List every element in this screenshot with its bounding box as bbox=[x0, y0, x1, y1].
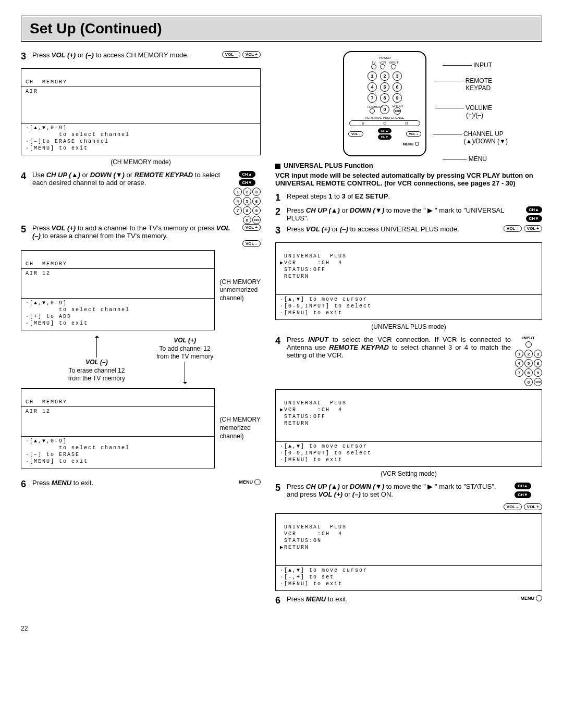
ch-up-button[interactable]: CH▲ bbox=[526, 206, 542, 213]
l: to select channel bbox=[26, 445, 130, 451]
key-6[interactable]: 6 bbox=[252, 197, 261, 205]
menu-button[interactable]: MENU bbox=[402, 142, 419, 146]
remote-diagram-wrap: POWER TV VCR INPUT 123 456 789 FLASHBACK… bbox=[275, 51, 542, 156]
vcr-button[interactable] bbox=[380, 64, 385, 69]
vol-minus-button[interactable]: VOL – bbox=[504, 225, 522, 232]
ch-down-button[interactable]: CH▼ bbox=[526, 215, 542, 222]
step-4-text: Use CH UP (▲) or DOWN (▼) or REMOTE KEYP… bbox=[32, 171, 229, 187]
ch-down-button[interactable]: CH▼ bbox=[515, 491, 531, 498]
t: (CH MEMORY bbox=[220, 416, 261, 423]
vol-minus-button[interactable]: VOL – bbox=[504, 503, 522, 510]
key-3[interactable]: 3 bbox=[393, 71, 402, 81]
t: (–) bbox=[85, 51, 94, 59]
l: ·[–] to ERASE bbox=[26, 452, 80, 458]
key-7[interactable]: 7 bbox=[368, 93, 377, 103]
vol-add-erase-notes: VOL (–) To erase channel 12 from the TV … bbox=[21, 337, 261, 383]
caption-vcr-mode: (VCR Setting mode) bbox=[275, 470, 542, 477]
key-6[interactable]: 6 bbox=[393, 82, 402, 92]
key-100[interactable]: 100 bbox=[252, 216, 261, 224]
step-number: 6 bbox=[21, 479, 32, 490]
key-6[interactable]: 6 bbox=[534, 359, 542, 367]
input-button[interactable] bbox=[391, 64, 396, 69]
key-3[interactable]: 3 bbox=[534, 350, 542, 358]
t: MENU bbox=[402, 142, 413, 146]
ch-down-button[interactable]: CH▼ bbox=[239, 179, 255, 186]
t: Press bbox=[287, 483, 306, 490]
key-9[interactable]: 9 bbox=[534, 368, 542, 377]
menu-row: MENU bbox=[347, 142, 419, 146]
vol-buttons-icon: VOL – VOL + bbox=[222, 51, 261, 58]
key-5[interactable]: 5 bbox=[380, 82, 389, 92]
ch-down-button[interactable]: CH▼ bbox=[378, 134, 392, 140]
r6-text: Press MENU to exit. bbox=[287, 595, 517, 606]
t: VOL (+) bbox=[52, 224, 76, 232]
key-0[interactable]: 0 bbox=[243, 216, 251, 224]
key-4[interactable]: 4 bbox=[368, 82, 377, 92]
t: to access UNIVERSAL PLUS mode. bbox=[348, 225, 459, 233]
key-7[interactable]: 7 bbox=[234, 206, 242, 215]
key-2[interactable]: 2 bbox=[380, 71, 389, 81]
key-4[interactable]: 4 bbox=[515, 359, 523, 367]
key-9[interactable]: 9 bbox=[252, 206, 261, 215]
caption-ch-memory-mode: (CH MEMORY mode) bbox=[21, 158, 261, 166]
l: to select channel bbox=[26, 307, 130, 313]
r2-text: Press CH UP (▲) or DOWN (▼) to move the … bbox=[287, 206, 522, 222]
l: ·[MENU] to exit bbox=[280, 457, 342, 463]
vol-plus-button[interactable]: VOL + bbox=[524, 225, 542, 232]
left-column: 3 Press VOL (+) or (–) to access CH MEMO… bbox=[21, 51, 261, 609]
key-0[interactable]: 0 bbox=[380, 105, 389, 114]
ch-up-button[interactable]: CH▲ bbox=[378, 128, 392, 133]
vol-plus-button[interactable]: VOL + bbox=[524, 503, 542, 510]
key-1[interactable]: 1 bbox=[368, 71, 377, 81]
l: ·[MENU] to exit bbox=[26, 320, 88, 326]
vol-plus-button[interactable]: VOL + bbox=[242, 224, 261, 231]
input-button-icon[interactable]: INPUT bbox=[522, 336, 535, 348]
key-8[interactable]: 8 bbox=[380, 93, 389, 103]
l: CH MEMORY bbox=[26, 79, 67, 85]
arrow-down-icon bbox=[185, 362, 185, 383]
key-2[interactable]: 2 bbox=[243, 188, 251, 196]
ch-up-button[interactable]: CH▲ bbox=[515, 483, 531, 489]
t: MENU bbox=[521, 596, 535, 601]
key-1[interactable]: 1 bbox=[515, 350, 523, 358]
menu-button-icon[interactable]: MENU bbox=[239, 479, 261, 485]
key-4[interactable]: 4 bbox=[234, 197, 242, 205]
t: to exit. bbox=[71, 479, 93, 487]
key-5[interactable]: 5 bbox=[524, 359, 533, 367]
page-number: 22 bbox=[21, 625, 542, 632]
key-0[interactable]: 0 bbox=[524, 378, 533, 386]
t: To erase channel 12 bbox=[68, 367, 125, 374]
vol-minus-button[interactable]: VOL – bbox=[348, 131, 363, 137]
t: channel) bbox=[220, 294, 244, 302]
step-number: 6 bbox=[275, 595, 287, 606]
key-1[interactable]: 1 bbox=[234, 188, 242, 196]
key-3[interactable]: 3 bbox=[252, 188, 261, 196]
r-step-6: 6 Press MENU to exit. MENU bbox=[275, 595, 542, 609]
step-number: 1 bbox=[275, 192, 287, 203]
pref-bar[interactable]: S C D bbox=[349, 120, 420, 126]
ch-up-button[interactable]: CH▲ bbox=[239, 171, 255, 178]
r3-text: Press VOL (+) or (–) to access UNIVERSAL… bbox=[287, 225, 499, 236]
t: Use bbox=[32, 171, 46, 179]
key-8[interactable]: 8 bbox=[524, 368, 533, 377]
key-100[interactable]: 100 bbox=[394, 107, 401, 115]
key-2[interactable]: 2 bbox=[524, 350, 533, 358]
osd2-caption: (CH MEMORY unmemorized channel) bbox=[220, 278, 261, 303]
t: CH UP (▲) bbox=[306, 206, 340, 214]
callout-keypad: REMOTEKEYPAD bbox=[434, 77, 492, 92]
vol-minus-button[interactable]: VOL – bbox=[222, 51, 240, 58]
tv-button[interactable] bbox=[371, 64, 376, 69]
key-100[interactable]: 100 bbox=[534, 378, 542, 386]
key-8[interactable]: 8 bbox=[243, 206, 251, 215]
r-step-5: 5 Press CH UP (▲) or DOWN (▼) to move th… bbox=[275, 483, 542, 510]
vol-plus-button[interactable]: VOL + bbox=[406, 131, 421, 137]
vol-minus-button[interactable]: VOL – bbox=[242, 240, 261, 247]
vol-plus-button[interactable]: VOL + bbox=[242, 51, 261, 58]
menu-button-icon[interactable]: MENU bbox=[521, 595, 543, 601]
key-7[interactable]: 7 bbox=[515, 368, 523, 377]
flashback-button[interactable] bbox=[370, 108, 375, 114]
key-5[interactable]: 5 bbox=[243, 197, 251, 205]
l: UNIVERSAL PLUS bbox=[280, 524, 347, 530]
osd3-caption: (CH MEMORY memorized channel) bbox=[220, 416, 261, 440]
key-9[interactable]: 9 bbox=[393, 93, 402, 103]
